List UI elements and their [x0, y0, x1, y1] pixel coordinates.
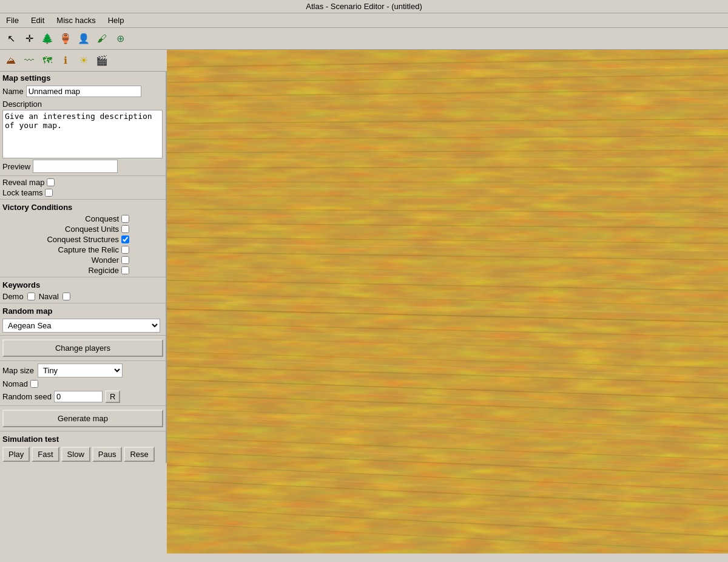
demo-checkbox[interactable]: [27, 293, 35, 300]
conquest-label: Conquest: [85, 214, 119, 223]
preview-row: Preview: [0, 158, 166, 174]
menu-help[interactable]: Help: [104, 15, 128, 26]
play-button[interactable]: Play: [2, 447, 30, 462]
map-tool[interactable]: 🗺: [39, 52, 56, 69]
keywords-row: Demo Naval: [0, 291, 166, 302]
brush-tool[interactable]: 🖌: [93, 30, 110, 47]
map-view: [167, 50, 728, 554]
keywords-label: Keywords: [0, 279, 166, 291]
map-size-label: Map size: [2, 366, 34, 375]
r-button[interactable]: R: [105, 390, 120, 403]
random-map-select[interactable]: Aegean Sea Alpine Lakes Arabia Black For…: [2, 319, 160, 333]
terrain-tool[interactable]: 🌲: [39, 30, 56, 47]
random-seed-input[interactable]: [54, 391, 103, 402]
divider2: [0, 199, 166, 200]
menu-misc-hacks[interactable]: Misc hacks: [53, 15, 99, 26]
regicide-label: Regicide: [88, 266, 119, 275]
divider4: [0, 303, 166, 303]
arrow-tool[interactable]: ↖: [2, 30, 19, 47]
window-title: Atlas - Scenario Editor - (untitled): [306, 2, 422, 11]
sun-tool[interactable]: ☀: [75, 52, 92, 69]
menu-edit[interactable]: Edit: [27, 15, 48, 26]
move-tool[interactable]: ✛: [21, 30, 38, 47]
map-size-select[interactable]: Tiny Small Normal Large Very Large Giant: [38, 364, 123, 377]
preview-label: Preview: [2, 162, 30, 171]
map-size-row: Map size Tiny Small Normal Large Very La…: [0, 362, 166, 379]
naval-label: Naval: [39, 292, 59, 301]
conquest-structures-label: Conquest Structures: [47, 235, 119, 244]
sand-background: [167, 50, 728, 554]
reveal-map-checkbox[interactable]: [47, 178, 55, 186]
lock-teams-checkbox[interactable]: [45, 189, 53, 197]
lock-teams-row: Lock teams: [0, 188, 166, 198]
conquest-units-checkbox[interactable]: [121, 225, 129, 233]
divider8: [0, 431, 166, 432]
random-seed-label: Random seed: [2, 392, 52, 401]
description-label: Description: [0, 98, 166, 110]
title-bar: Atlas - Scenario Editor - (untitled): [0, 0, 728, 13]
divider1: [0, 175, 166, 176]
capture-relic-checkbox[interactable]: [121, 246, 129, 254]
object-tool[interactable]: 🏺: [57, 30, 74, 47]
conquest-checkbox[interactable]: [121, 215, 129, 223]
name-label: Name: [2, 87, 24, 96]
reveal-map-row: Reveal map: [0, 177, 166, 188]
victory-conditions-label: Victory Conditions: [0, 201, 166, 214]
fast-button[interactable]: Fast: [32, 447, 59, 462]
nomad-row: Nomad: [0, 379, 166, 389]
toolbar: ↖ ✛ 🌲 🏺 👤 🖌 ⊕: [0, 28, 728, 50]
change-players-button[interactable]: Change players: [2, 339, 163, 357]
simulation-test-label: Simulation test: [0, 433, 166, 445]
conquest-units-label: Conquest Units: [65, 225, 119, 234]
regicide-checkbox[interactable]: [121, 266, 129, 274]
nomad-checkbox[interactable]: [30, 380, 38, 388]
unit-tool[interactable]: 👤: [75, 30, 92, 47]
nomad-label: Nomad: [2, 379, 28, 388]
divider5: [0, 335, 166, 336]
info-tool[interactable]: ℹ: [57, 52, 74, 69]
cinema-tool[interactable]: 🎬: [93, 52, 110, 69]
axis-tool[interactable]: ⊕: [112, 30, 129, 47]
name-row: Name: [0, 84, 166, 98]
paus-button[interactable]: Paus: [92, 447, 123, 462]
left-panel: Map settings Name Description Give an in…: [0, 72, 167, 463]
divider7: [0, 405, 166, 406]
random-map-label: Random map: [0, 305, 166, 317]
seed-row: Random seed R: [0, 389, 166, 404]
slow-button[interactable]: Slow: [61, 447, 90, 462]
wonder-label: Wonder: [92, 256, 119, 265]
divider3: [0, 277, 166, 277]
lock-teams-label: Lock teams: [2, 188, 42, 197]
capture-relic-label: Capture the Relic: [58, 245, 119, 254]
description-input[interactable]: Give an interesting description of your …: [2, 110, 163, 158]
wonder-checkbox[interactable]: [121, 256, 129, 264]
preview-box: [33, 160, 118, 173]
heightmap-tool[interactable]: ⛰: [2, 52, 19, 69]
smooth-tool[interactable]: 〰: [21, 52, 38, 69]
conquest-structures-checkbox[interactable]: [121, 235, 129, 243]
demo-label: Demo: [2, 292, 24, 301]
divider6: [0, 361, 166, 361]
toolbar2: ⛰ 〰 🗺 ℹ ☀ 🎬: [0, 50, 167, 72]
naval-checkbox[interactable]: [62, 293, 70, 300]
menu-bar: File Edit Misc hacks Help: [0, 13, 728, 28]
menu-file[interactable]: File: [2, 15, 22, 26]
map-settings-label: Map settings: [0, 72, 166, 84]
name-input[interactable]: [26, 86, 141, 97]
simulation-buttons-row: Play Fast Slow Paus Rese: [0, 445, 166, 463]
reveal-map-label: Reveal map: [2, 178, 44, 187]
rese-button[interactable]: Rese: [124, 447, 154, 462]
generate-map-button[interactable]: Generate map: [2, 410, 163, 427]
